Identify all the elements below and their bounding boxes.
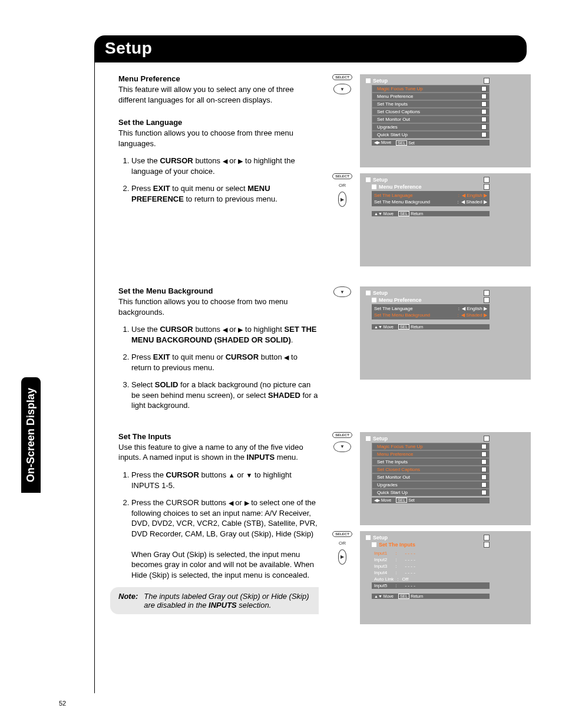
heading-set-language: Set the Language	[118, 118, 319, 127]
step-inputs-1: Press the CURSOR buttons ▲ or ▼ to highl…	[131, 470, 319, 490]
step-bg-1: Use the CURSOR buttons ◀ or ▶ to highlig…	[131, 324, 319, 345]
osd-setup-main: Setup Magic Focus Tune Up Menu Preferenc…	[360, 74, 531, 167]
osd-setup-main-2: Setup Magic Focus Tune Up Menu Preferenc…	[360, 432, 531, 525]
text-set-language: This function allows you to choose from …	[118, 128, 319, 149]
select-button-icon: SELECT	[332, 173, 352, 179]
osd-item-menu-preference: Menu Preference	[372, 93, 490, 100]
note-box: Note: The inputs labeled Gray out (Skip)…	[110, 587, 319, 614]
osd-item-monitor-out: Set Monitor Out	[372, 116, 490, 123]
step-bg-2: Press EXIT to quit menu or CURSOR button…	[131, 352, 319, 373]
down-button-icon: ▼	[333, 286, 351, 297]
step-inputs-2: Press the CURSOR buttons ◀ or ▶ to selec…	[131, 498, 319, 580]
osd-input-5: Input5:- - - -	[372, 582, 490, 589]
osd-set-inputs: Setup Set The Inputs Input1:- - - - Inpu…	[360, 531, 531, 624]
step-bg-3: Select SOLID for a black background (no …	[131, 380, 319, 411]
section-title: Setup	[94, 35, 527, 62]
or-label: OR	[339, 541, 346, 546]
osd-item-upgrades: Upgrades	[372, 123, 490, 131]
text-set-inputs: Use this feature to give a name to any o…	[118, 442, 319, 463]
osd-help-bar: ▲▼ Move SEL Return	[372, 324, 490, 330]
select-button-icon: SELECT	[332, 74, 352, 80]
or-label: OR	[339, 183, 346, 188]
osd-item-quick-start: Quick Start Up	[372, 131, 490, 139]
osd-input-3: Input3:- - - -	[372, 563, 490, 569]
osd-autolink: Auto Link:Off	[372, 576, 490, 582]
left-triangle-icon: ◀	[223, 157, 227, 164]
osd-input-2: Input2:- - - -	[372, 556, 490, 563]
osd-row-language: Set The Language : ◀ English ▶	[372, 192, 490, 199]
close-icon	[484, 177, 490, 183]
close-icon	[484, 78, 490, 84]
osd-row-background: Set The Menu Background : ◀ Shaded ▶	[372, 199, 490, 205]
heading-set-inputs: Set The Inputs	[118, 432, 319, 441]
osd-help-bar: ▲▼ Move SEL Return	[372, 211, 490, 216]
select-button-icon: SELECT	[332, 432, 352, 438]
osd-item-magic-focus: Magic Focus Tune Up	[372, 85, 490, 93]
heading-menu-preference: Menu Preference	[118, 74, 319, 83]
right-button-icon: ▶	[338, 549, 346, 565]
page-number: 52	[59, 700, 66, 707]
text-set-background: This function allows you to choose from …	[118, 297, 319, 317]
osd-row-language: Set The Language : ◀ English ▶	[372, 305, 490, 312]
menu-icon	[366, 78, 371, 83]
right-button-icon: ▶	[338, 192, 346, 207]
osd-help-bar: ◀▶ Move SEL Set	[372, 140, 490, 146]
down-button-icon: ▼	[333, 442, 351, 452]
osd-item-set-inputs: Set The Inputs	[372, 100, 490, 108]
step-lang-2: Press EXIT to quit menu or select MENU P…	[131, 183, 319, 204]
step-lang-1: Use the CURSOR buttons ◀ or ▶ to highlig…	[131, 156, 319, 176]
text-menu-preference: This feature will allow you to select an…	[118, 84, 319, 105]
osd-row-background: Set The Menu Background : ◀ Shaded ▶	[372, 312, 490, 318]
select-button-icon: SELECT	[332, 531, 352, 537]
heading-set-background: Set the Menu Background	[118, 286, 319, 295]
down-button-icon: ▼	[333, 84, 351, 94]
osd-item-set-cc: Set Closed Captions	[372, 108, 490, 116]
osd-menu-pref-lang: Setup Menu Preference Set The Language :…	[360, 173, 531, 266]
osd-menu-pref-bg: Setup Menu Preference Set The Language :…	[360, 286, 531, 380]
menu-icon	[366, 177, 371, 182]
osd-input-4: Input4:- - - -	[372, 569, 490, 576]
side-tab: On-Screen Display	[21, 377, 41, 493]
osd-input-1: Input1:- - - -	[372, 550, 490, 556]
